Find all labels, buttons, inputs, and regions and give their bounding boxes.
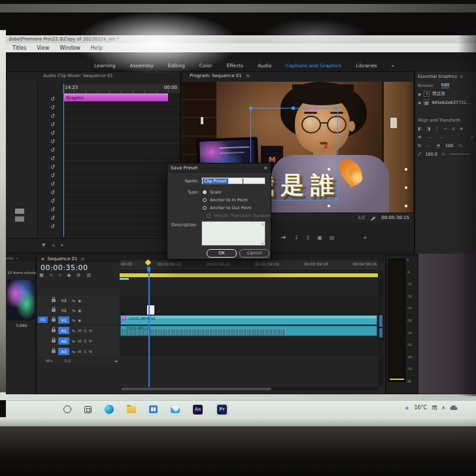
panel-menu-icon[interactable]: ≡	[246, 73, 250, 78]
text-anchor-handle[interactable]	[405, 205, 407, 207]
audio-track-header[interactable]: A1 ⇆ M S Ψ	[37, 326, 120, 335]
text-anchor-handle[interactable]	[328, 205, 330, 207]
monitor-tool-button[interactable]: ▤	[330, 235, 335, 241]
reset-parameter-icon[interactable]: ↺	[50, 148, 61, 153]
task-view-icon[interactable]	[84, 406, 92, 413]
project-tab-label[interactable]: Libraries	[6, 256, 14, 260]
reset-parameter-icon[interactable]: ↺	[50, 224, 61, 230]
effect-controls-ruler[interactable]: 14:23 00:00	[62, 84, 180, 93]
text-anchor-handle[interactable]	[405, 168, 407, 171]
selection-handle[interactable]	[335, 197, 338, 201]
ec-footer-icon[interactable]: ⌂	[52, 243, 54, 248]
sync-lock-icon[interactable]: ⇆	[72, 308, 75, 313]
reset-parameter-icon[interactable]: ↺	[50, 97, 61, 102]
caption-track-bar[interactable]	[120, 273, 378, 278]
source-patch[interactable]: V1	[38, 316, 48, 323]
ec-footer-icon[interactable]: ▸	[61, 243, 64, 248]
opacity-value[interactable]: 100	[445, 143, 453, 148]
monitor-tool-button[interactable]: ▣	[317, 235, 322, 241]
cancel-button[interactable]: Cancel	[239, 249, 269, 258]
timeline-tool-button[interactable]: ∩	[50, 273, 53, 278]
rotation-icon[interactable]: ↻	[418, 143, 421, 148]
solo-button[interactable]: S	[84, 349, 86, 354]
timeline-tool-button[interactable]: ⌗	[59, 273, 61, 278]
track-lock-icon[interactable]	[52, 299, 56, 302]
layer-visibility-eye-icon[interactable]: ◉	[418, 92, 421, 96]
weather-text[interactable]: 雨	[432, 404, 437, 411]
preset-name-input[interactable]: Clip Preset	[201, 177, 265, 184]
audio-clip-mixer-tab[interactable]: Audio Clip Mixer: Sequence 01	[39, 72, 113, 80]
type-radio-option[interactable]: Scale	[203, 189, 252, 196]
timeline-tool-button[interactable]: ▥	[86, 273, 91, 278]
track-lane-v3[interactable]	[120, 296, 378, 305]
text-anchor-handle[interactable]	[405, 186, 407, 189]
track-lock-icon[interactable]	[52, 309, 56, 312]
timeline-tool-button[interactable]: ▦	[39, 273, 44, 278]
position-icon[interactable]: ✛	[418, 135, 421, 140]
mute-button[interactable]: M	[78, 328, 81, 333]
align-button[interactable]: ⊤	[435, 126, 439, 131]
monitor-tool-button[interactable]: ↥	[306, 235, 311, 241]
reset-parameter-icon[interactable]: ↺	[50, 156, 61, 162]
scale-value[interactable]: 100.0	[425, 152, 437, 157]
reset-parameter-icon[interactable]: ↺	[50, 139, 61, 144]
sync-lock-icon[interactable]: ⇆	[72, 298, 75, 303]
reset-parameter-icon[interactable]: ↺	[50, 131, 61, 136]
playback-resolution-select[interactable]: 1/2	[358, 215, 365, 220]
description-textarea[interactable]: ∧ ∨	[201, 221, 265, 246]
timeline-tool-button[interactable]: ⚙	[76, 273, 80, 278]
video-track-header[interactable]: V3 ⇆ ◉	[37, 296, 120, 305]
scroll-up-arrow[interactable]: ∧	[262, 222, 264, 226]
track-visibility-eye-icon[interactable]: ◉	[78, 308, 81, 313]
scroll-thumb[interactable]	[379, 328, 382, 337]
ok-button[interactable]: OK	[207, 249, 237, 258]
track-lane-v2[interactable]	[120, 305, 378, 314]
track-target-button[interactable]: A2	[58, 337, 69, 345]
microsoft-store-icon[interactable]	[149, 405, 158, 413]
sync-lock-icon[interactable]: ⇆	[72, 339, 75, 343]
file-explorer-icon[interactable]	[127, 406, 136, 413]
caption-segment[interactable]	[120, 278, 129, 280]
selection-handle[interactable]	[249, 107, 252, 110]
include-transition-checkbox[interactable]: Include Transition Duration	[207, 213, 271, 218]
graphic-clip-bar[interactable]: Graphic	[63, 94, 168, 101]
workspace-tab[interactable]: Audio	[258, 63, 271, 69]
sync-lock-icon[interactable]: ⇆	[72, 349, 75, 354]
workspace-tab[interactable]: Effects	[226, 63, 243, 69]
track-lane-a3[interactable]	[120, 347, 378, 356]
track-lock-icon[interactable]	[52, 339, 56, 343]
menu-item[interactable]: View	[37, 45, 49, 51]
reset-parameter-icon[interactable]: ↺	[50, 114, 61, 119]
scroll-thumb[interactable]	[379, 315, 382, 327]
track-lock-icon[interactable]	[52, 318, 56, 322]
weather-icon[interactable]: ∗	[405, 405, 410, 411]
radio-dot[interactable]	[203, 206, 207, 210]
edge-browser-icon[interactable]	[105, 405, 114, 414]
ec-footer-icon[interactable]: ▼	[42, 243, 45, 248]
mail-icon[interactable]	[171, 406, 180, 413]
video-clip-v1[interactable]: fx C0431.MP4 [V]	[120, 315, 377, 325]
after-effects-icon[interactable]: Ae	[193, 405, 203, 415]
collapse-icon[interactable]: ◄	[114, 358, 117, 363]
text-anchor-handle[interactable]	[328, 168, 330, 171]
radio-dot[interactable]	[203, 190, 207, 194]
program-monitor-tab[interactable]: Program: Sequence 01 ≡	[186, 72, 250, 80]
opacity-icon[interactable]: ◔	[436, 143, 440, 148]
project-clip-thumbnail[interactable]	[7, 280, 35, 320]
audio-track-header[interactable]: A3 ⇆ M S Ψ	[37, 347, 120, 356]
checkbox-box[interactable]	[207, 214, 211, 218]
workspace-tab[interactable]: Libraries	[356, 63, 377, 69]
track-target-button[interactable]: V1	[58, 316, 69, 324]
eg-tab[interactable]: Browse	[418, 83, 434, 88]
reset-parameter-icon[interactable]: ↺	[50, 105, 61, 110]
type-radio-option[interactable]: Anchor to In Point	[203, 197, 252, 203]
panel-menu-icon[interactable]: ≡	[80, 256, 84, 262]
align-button[interactable]: ⊣	[443, 126, 447, 131]
timeline-ruler[interactable]: 00:0000:00:59:2200:01:59:2100:02:59:1900…	[120, 260, 378, 271]
sync-lock-icon[interactable]: ⇆	[72, 318, 75, 322]
position-y-value[interactable]: —	[439, 135, 443, 140]
align-button[interactable]: ◨	[426, 126, 430, 131]
start-button-icon[interactable]	[63, 405, 71, 413]
type-radio-option[interactable]: Anchor to Out Point	[203, 205, 252, 211]
timeline-tool-button[interactable]: ◆	[67, 273, 71, 278]
